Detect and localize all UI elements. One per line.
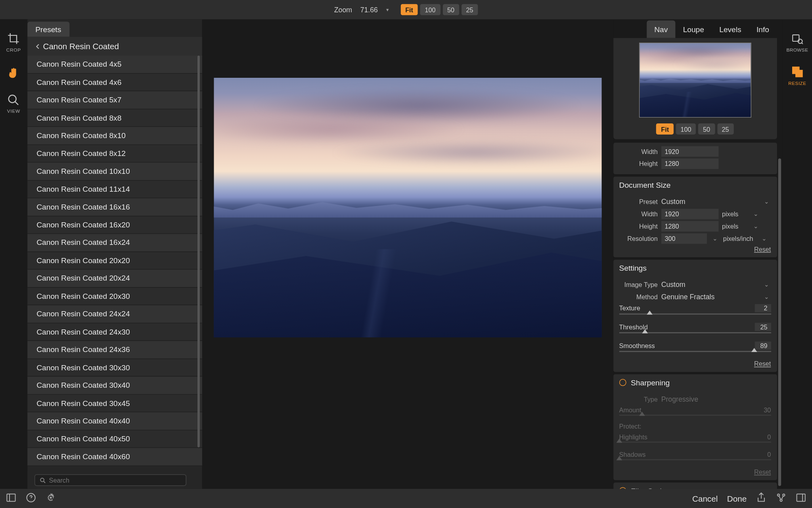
preset-item[interactable]: Canon Resin Coated 24x36	[27, 341, 202, 359]
preset-scrollbar[interactable]	[197, 56, 200, 465]
preset-item[interactable]: Canon Resin Coated 16x24	[27, 234, 202, 252]
resize-tool[interactable]: RESIZE	[788, 65, 806, 86]
preset-item[interactable]: Canon Resin Coated 10x10	[27, 163, 202, 181]
right-scrollbar[interactable]	[778, 158, 782, 484]
settings-reset[interactable]: Reset	[619, 359, 771, 368]
resolution-value[interactable]: 300	[661, 233, 707, 244]
layout-toggle-icon[interactable]	[6, 492, 17, 505]
imagetype-value[interactable]: Custom	[661, 281, 686, 289]
zoom-fit-button[interactable]: Fit	[400, 4, 417, 15]
preset-label: Preset	[619, 198, 658, 205]
threshold-slider[interactable]: Threshold25	[619, 321, 771, 340]
done-button[interactable]: Done	[727, 494, 747, 503]
zoom-25-button[interactable]: 25	[462, 4, 478, 15]
cancel-button[interactable]: Cancel	[692, 494, 718, 503]
svg-point-1	[40, 478, 44, 481]
preset-item[interactable]: Canon Resin Coated 24x24	[27, 305, 202, 323]
zoom-label: Zoom	[334, 6, 352, 14]
preset-item[interactable]: Canon Resin Coated 16x16	[27, 198, 202, 216]
search-icon	[40, 477, 46, 483]
resolution-unit[interactable]: pixels/inch	[723, 235, 756, 242]
nav-zoom-100[interactable]: 100	[676, 123, 696, 135]
breadcrumb-label: Canon Resin Coated	[43, 42, 119, 51]
preset-search[interactable]	[34, 474, 186, 486]
chevron-down-icon[interactable]: ⌄	[751, 223, 761, 229]
preset-item[interactable]: Canon Resin Coated 16x20	[27, 216, 202, 234]
preset-item[interactable]: Canon Resin Coated 8x8	[27, 109, 202, 127]
preset-item[interactable]: Canon Resin Coated 30x40	[27, 377, 202, 394]
zoom-100-button[interactable]: 100	[420, 4, 440, 15]
doc-height-unit[interactable]: pixels	[722, 223, 748, 230]
preset-item[interactable]: Canon Resin Coated 4x6	[27, 73, 202, 91]
search-input[interactable]	[49, 477, 181, 484]
preset-item[interactable]: Canon Resin Coated 40x50	[27, 430, 202, 448]
sharpening-toggle-icon[interactable]	[619, 379, 626, 386]
right-panel: Nav Loupe Levels Info Fit 100 50 25	[613, 19, 783, 489]
pixel-height-value[interactable]: 1280	[661, 158, 718, 169]
shadows-label: Shadows	[619, 451, 646, 458]
nav-preview[interactable]	[639, 43, 751, 118]
chevron-down-icon[interactable]: ▾	[386, 7, 389, 13]
bottom-toolbar: Cancel Done	[0, 489, 812, 508]
preset-item[interactable]: Canon Resin Coated 11x14	[27, 181, 202, 198]
chevron-down-icon[interactable]: ⌄	[762, 198, 771, 205]
tab-info[interactable]: Info	[749, 21, 777, 38]
zoom-value[interactable]: 71.66	[360, 6, 378, 14]
zoom-50-button[interactable]: 50	[442, 4, 459, 15]
method-value[interactable]: Genuine Fractals	[661, 292, 715, 301]
preset-item[interactable]: Canon Resin Coated 30x45	[27, 394, 202, 412]
svg-point-8	[783, 494, 785, 496]
texture-slider[interactable]: Texture2	[619, 303, 771, 321]
preset-value[interactable]: Custom	[661, 197, 686, 206]
width-label: Width	[619, 148, 658, 155]
doc-width-unit[interactable]: pixels	[722, 210, 748, 217]
highlights-slider: Highlights0	[619, 432, 771, 450]
tab-nav[interactable]: Nav	[647, 21, 675, 38]
preset-item[interactable]: Canon Resin Coated 20x20	[27, 252, 202, 269]
branch-icon[interactable]	[776, 492, 787, 505]
canvas-area[interactable]	[202, 19, 613, 489]
chevron-down-icon[interactable]: ⌄	[751, 210, 761, 217]
doc-width-value[interactable]: 1920	[661, 208, 718, 219]
threshold-value[interactable]: 25	[755, 323, 771, 331]
nav-zoom-50[interactable]: 50	[698, 123, 715, 135]
help-icon[interactable]	[26, 492, 36, 505]
presets-tab[interactable]: Presets	[27, 22, 69, 37]
view-tool[interactable]: VIEW	[7, 94, 20, 114]
chevron-down-icon[interactable]: ⌄	[759, 235, 769, 241]
svg-rect-10	[797, 494, 805, 501]
pan-tool[interactable]	[7, 67, 20, 79]
preset-item[interactable]: Canon Resin Coated 8x10	[27, 127, 202, 145]
svg-point-0	[9, 95, 16, 103]
share-icon[interactable]	[756, 492, 767, 505]
preset-item[interactable]: Canon Resin Coated 5x7	[27, 91, 202, 109]
svg-rect-5	[7, 494, 15, 501]
texture-value[interactable]: 2	[755, 304, 771, 312]
smoothness-slider[interactable]: Smoothness89	[619, 341, 771, 359]
pixel-width-value[interactable]: 1920	[661, 146, 718, 157]
shadows-value: 0	[767, 451, 771, 458]
nav-zoom-25[interactable]: 25	[717, 123, 734, 135]
gear-icon[interactable]	[46, 492, 56, 505]
preset-item[interactable]: Canon Resin Coated 40x40	[27, 412, 202, 430]
chevron-down-icon[interactable]: ⌄	[762, 294, 771, 300]
chevron-down-icon[interactable]: ⌄	[762, 281, 771, 288]
preset-item[interactable]: Canon Resin Coated 40x60	[27, 448, 202, 466]
preset-item[interactable]: Canon Resin Coated 24x30	[27, 323, 202, 341]
pixel-dim-section: Width1920 Height1280	[613, 143, 777, 175]
doc-size-reset[interactable]: Reset	[619, 244, 771, 253]
preset-item[interactable]: Canon Resin Coated 4x5	[27, 56, 202, 73]
preset-item[interactable]: Canon Resin Coated 20x30	[27, 287, 202, 305]
tab-loupe[interactable]: Loupe	[675, 21, 712, 38]
doc-height-value[interactable]: 1280	[661, 221, 718, 231]
panel-right-icon[interactable]	[796, 492, 806, 505]
preset-item[interactable]: Canon Resin Coated 30x30	[27, 359, 202, 377]
chevron-down-icon[interactable]: ⌄	[710, 235, 720, 241]
preset-item[interactable]: Canon Resin Coated 20x24	[27, 269, 202, 287]
browse-tool[interactable]: BROWSE	[786, 32, 808, 53]
crop-tool[interactable]: CROP	[6, 32, 21, 53]
nav-zoom-fit[interactable]: Fit	[656, 123, 673, 135]
preset-item[interactable]: Canon Resin Coated 8x12	[27, 145, 202, 163]
presets-breadcrumb[interactable]: Canon Resin Coated	[27, 37, 202, 56]
tab-levels[interactable]: Levels	[712, 21, 749, 38]
